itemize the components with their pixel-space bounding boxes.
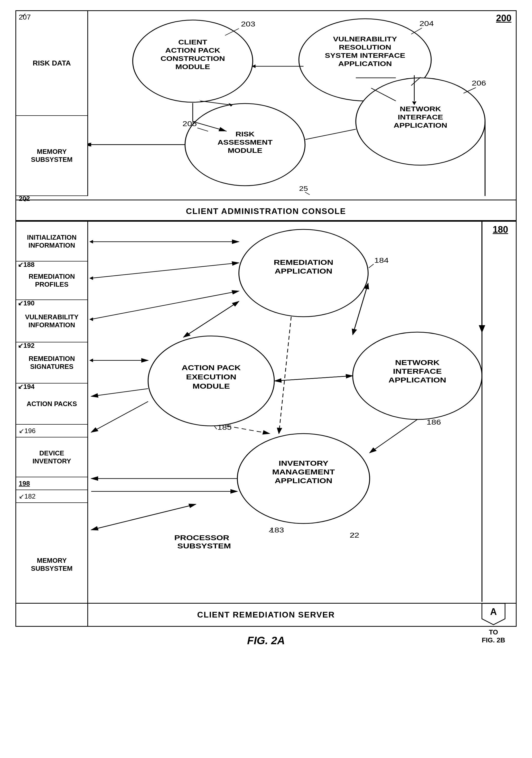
svg-text:INVENTORY: INVENTORY xyxy=(279,459,329,467)
svg-marker-31 xyxy=(88,143,89,146)
svg-text:MANAGEMENT: MANAGEMENT xyxy=(272,468,335,476)
svg-text:MODULE: MODULE xyxy=(175,63,210,70)
svg-text:RISK: RISK xyxy=(235,130,255,138)
svg-line-98 xyxy=(275,376,353,381)
ref-196: ↙196 xyxy=(16,425,87,437)
bottom-left-column: INITIALIZATIONINFORMATION ↙188 REMEDIATI… xyxy=(16,222,88,626)
svg-text:MODULE: MODULE xyxy=(193,382,230,391)
top-diagram-label: CLIENT ADMINISTRATION CONSOLE xyxy=(16,200,516,220)
svg-text:NETWORK: NETWORK xyxy=(400,105,441,113)
svg-line-64 xyxy=(214,426,217,429)
svg-text:ACTION PACK: ACTION PACK xyxy=(182,364,241,372)
cell-remediation-profiles: REMEDIATIONPROFILES ↙190 xyxy=(16,261,87,300)
svg-line-58 xyxy=(369,264,373,268)
svg-text:184: 184 xyxy=(374,256,389,264)
svg-text:ACTION PACK: ACTION PACK xyxy=(165,47,220,54)
svg-text:ASSESSMENT: ASSESSMENT xyxy=(218,138,273,146)
svg-text:APPLICATION: APPLICATION xyxy=(338,60,392,67)
svg-line-85 xyxy=(91,291,239,319)
memory-subsystem-label-top: MEMORYSUBSYSTEM 202 ↙ xyxy=(16,116,87,196)
svg-text:205: 205 xyxy=(182,120,197,128)
svg-text:APPLICATION: APPLICATION xyxy=(275,267,333,275)
cell-remediation-sigs: REMEDIATIONSIGNATURES ↙194 xyxy=(16,342,87,384)
svg-text:MODULE: MODULE xyxy=(228,147,262,154)
ref-207-arrow: ↙ xyxy=(22,12,26,18)
svg-text:APPLICATION: APPLICATION xyxy=(275,477,333,485)
top-diagram: 207 ↙ RISK DATA MEMORYSUBSYSTEM 202 ↙ CL… xyxy=(16,10,516,221)
svg-text:NETWORK: NETWORK xyxy=(395,359,440,367)
svg-text:PROCESSOR: PROCESSOR xyxy=(174,534,229,542)
svg-line-101 xyxy=(370,420,417,453)
svg-text:185: 185 xyxy=(217,423,232,431)
svg-text:REMEDIATION: REMEDIATION xyxy=(273,258,333,267)
svg-text:A: A xyxy=(490,606,497,617)
ref-198: 198 xyxy=(16,477,87,490)
svg-text:INTERFACE: INTERFACE xyxy=(398,113,443,121)
svg-marker-82 xyxy=(89,240,93,244)
svg-marker-86 xyxy=(89,318,93,321)
svg-text:183: 183 xyxy=(270,526,284,534)
svg-text:VULNERABILITY: VULNERABILITY xyxy=(333,35,397,43)
svg-line-42 xyxy=(305,192,309,195)
svg-text:22: 22 xyxy=(350,531,359,539)
svg-line-92 xyxy=(91,504,196,530)
svg-text:EXECUTION: EXECUTION xyxy=(186,373,236,381)
svg-line-89 xyxy=(91,389,148,396)
svg-line-100 xyxy=(227,426,270,433)
svg-text:206: 206 xyxy=(472,79,486,87)
ref-182: ↙182 xyxy=(16,490,87,503)
bottom-diagram-svg: REMEDIATION APPLICATION 184 ACTION PACK … xyxy=(88,222,516,602)
svg-text:204: 204 xyxy=(419,19,434,28)
svg-line-90 xyxy=(91,401,148,432)
svg-text:25: 25 xyxy=(299,185,308,192)
svg-line-83 xyxy=(91,263,239,278)
top-diagram-svg: CLIENT ACTION PACK CONSTRUCTION MODULE 2… xyxy=(88,11,516,196)
page: 200 207 ↙ RISK DATA MEMORYSUBSYSTEM 202 … xyxy=(0,0,532,665)
risk-data-label: RISK DATA xyxy=(16,11,87,116)
cell-initialization: INITIALIZATIONINFORMATION ↙188 xyxy=(16,222,87,261)
svg-marker-88 xyxy=(89,359,93,362)
svg-text:SUBSYSTEM: SUBSYSTEM xyxy=(177,542,231,550)
top-left-column: 207 ↙ RISK DATA MEMORYSUBSYSTEM 202 ↙ xyxy=(16,11,88,196)
svg-line-94 xyxy=(183,301,239,337)
svg-marker-84 xyxy=(89,276,93,280)
svg-line-45 xyxy=(200,101,230,105)
svg-text:INTERFACE: INTERFACE xyxy=(393,367,442,375)
bottom-diagram-label: CLIENT REMEDIATION SERVER xyxy=(16,603,516,626)
svg-line-32 xyxy=(305,129,356,139)
svg-line-99 xyxy=(279,317,291,433)
connector-a: A TO FIG. 2B xyxy=(480,602,506,644)
figure-caption: FIG. 2A xyxy=(16,635,516,649)
svg-text:203: 203 xyxy=(241,20,255,28)
svg-text:APPLICATION: APPLICATION xyxy=(388,376,446,384)
cell-device-inventory: DEVICEINVENTORY xyxy=(16,437,87,477)
svg-text:186: 186 xyxy=(427,418,441,427)
svg-text:CONSTRUCTION: CONSTRUCTION xyxy=(160,55,225,62)
bottom-diagram: 180 INITIALIZATIONINFORMATION ↙188 REMED… xyxy=(16,221,516,627)
svg-text:RESOLUTION: RESOLUTION xyxy=(339,43,391,51)
svg-text:CLIENT: CLIENT xyxy=(178,38,207,46)
svg-text:SYSTEM INTERFACE: SYSTEM INTERFACE xyxy=(325,52,406,59)
cell-vulnerability-info: VULNERABILITYINFORMATION ↙192 xyxy=(16,300,87,342)
svg-text:APPLICATION: APPLICATION xyxy=(394,121,447,129)
